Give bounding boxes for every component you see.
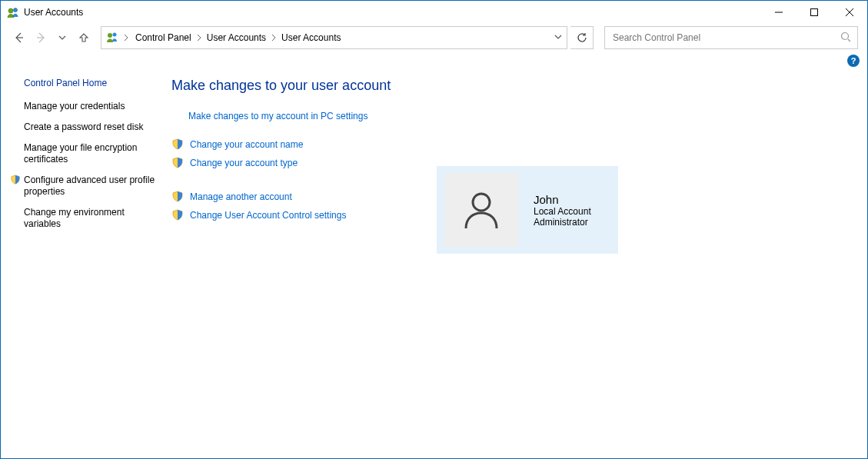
search-input[interactable] xyxy=(611,32,840,44)
account-actions-group: Change your account name Change your acc… xyxy=(171,138,858,169)
user-name: John xyxy=(534,193,591,206)
search-box[interactable] xyxy=(604,26,858,49)
recent-locations-button[interactable] xyxy=(53,28,72,47)
sidebar: Control Panel Home Manage your credentia… xyxy=(10,73,164,449)
svg-point-3 xyxy=(108,33,112,38)
control-panel-home-link[interactable]: Control Panel Home xyxy=(24,78,164,88)
user-info: John Local Account Administrator xyxy=(534,193,591,228)
refresh-button[interactable] xyxy=(570,26,594,49)
sidebar-item-label: Configure advanced user profile properti… xyxy=(24,175,156,198)
svg-point-0 xyxy=(8,8,13,13)
breadcrumb-item[interactable]: Control Panel xyxy=(134,31,193,45)
current-user-card: John Local Account Administrator xyxy=(437,166,618,254)
shield-icon xyxy=(171,209,184,221)
sidebar-item-password-reset-disk[interactable]: Create a password reset disk xyxy=(24,121,164,133)
link-change-account-name[interactable]: Change your account name xyxy=(171,138,858,151)
link-label[interactable]: Manage another account xyxy=(190,191,292,202)
sidebar-item-advanced-profile[interactable]: Configure advanced user profile properti… xyxy=(24,175,164,198)
forward-button[interactable] xyxy=(32,28,50,47)
sidebar-item-label: Change my environment variables xyxy=(24,207,156,230)
svg-point-6 xyxy=(473,194,490,211)
help-button[interactable]: ? xyxy=(847,55,860,67)
breadcrumb-item[interactable]: User Accounts xyxy=(205,31,268,45)
close-button[interactable] xyxy=(832,1,867,24)
back-button[interactable] xyxy=(10,28,28,47)
svg-rect-2 xyxy=(811,9,818,16)
sidebar-item-env-variables[interactable]: Change my environment variables xyxy=(24,207,164,230)
address-bar[interactable]: Control Panel User Accounts User Account… xyxy=(101,26,567,49)
window-frame: User Accounts xyxy=(0,0,868,459)
shield-icon xyxy=(171,157,184,169)
user-avatar xyxy=(444,173,518,247)
svg-point-1 xyxy=(14,8,18,12)
sidebar-item-label: Manage your file encryption certificates xyxy=(24,142,156,165)
user-accounts-app-icon xyxy=(7,6,19,18)
window-title: User Accounts xyxy=(24,7,83,18)
address-bar-icon xyxy=(106,31,118,45)
link-label[interactable]: Change your account name xyxy=(190,139,303,150)
chevron-right-icon xyxy=(123,32,129,43)
sidebar-item-label: Manage your credentials xyxy=(24,101,125,112)
address-history-button[interactable] xyxy=(554,32,562,43)
user-role: Administrator xyxy=(534,217,591,228)
sidebar-item-file-encryption-certs[interactable]: Manage your file encryption certificates xyxy=(24,142,164,165)
chevron-right-icon xyxy=(271,34,277,42)
nav-toolbar: Control Panel User Accounts User Account… xyxy=(1,24,867,52)
pc-settings-link[interactable]: Make changes to my account in PC setting… xyxy=(188,111,367,121)
breadcrumb: Control Panel User Accounts User Account… xyxy=(134,31,342,45)
up-button[interactable] xyxy=(75,28,93,47)
svg-point-4 xyxy=(113,32,117,36)
svg-point-5 xyxy=(842,32,849,39)
page-heading: Make changes to your user account xyxy=(171,78,858,94)
chevron-right-icon xyxy=(196,34,202,42)
shield-icon xyxy=(171,191,184,203)
help-row: ? xyxy=(1,52,867,67)
maximize-button[interactable] xyxy=(796,1,832,24)
minimize-button[interactable] xyxy=(761,1,796,24)
shield-icon xyxy=(10,175,21,185)
link-label[interactable]: Change your account type xyxy=(190,158,298,168)
sidebar-item-label: Create a password reset disk xyxy=(24,121,143,133)
link-label[interactable]: Change User Account Control settings xyxy=(190,210,346,221)
search-icon xyxy=(840,32,851,45)
shield-icon xyxy=(171,138,184,151)
user-account-type: Local Account xyxy=(534,206,591,217)
sidebar-item-manage-credentials[interactable]: Manage your credentials xyxy=(24,101,164,112)
breadcrumb-item[interactable]: User Accounts xyxy=(280,31,342,45)
titlebar: User Accounts xyxy=(1,1,867,24)
content-area: Control Panel Home Manage your credentia… xyxy=(1,67,867,458)
main-panel: Make changes to your user account Make c… xyxy=(164,73,858,449)
